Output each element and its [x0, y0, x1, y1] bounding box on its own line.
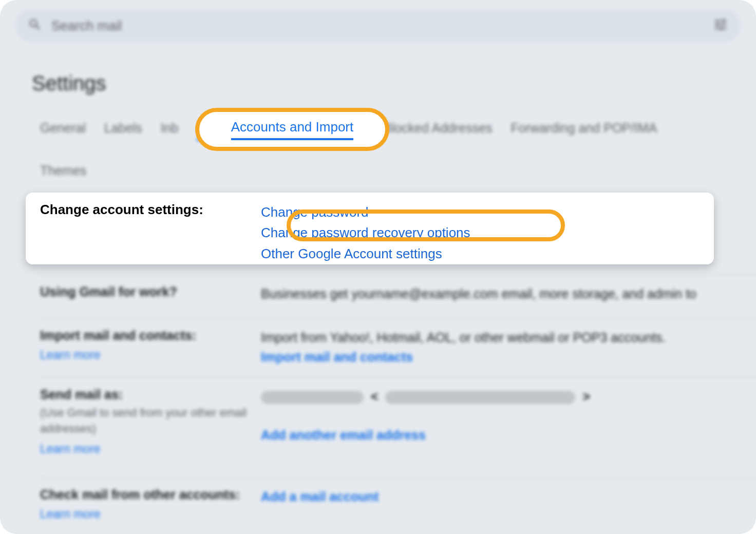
add-email-link[interactable]: Add another email address: [261, 428, 426, 442]
row-value-sendas: < > Add another email address: [261, 387, 756, 456]
sendas-label-text: Send mail as:: [40, 387, 123, 402]
app-frame: Settings General Labels Inb Accounts and…: [0, 0, 756, 534]
settings-tabs-row2: Themes: [40, 163, 86, 178]
change-password-link[interactable]: Change password: [261, 202, 369, 222]
settings-tabs: General Labels Inb Accounts and Import t…: [40, 121, 756, 141]
row-label-check: Check mail from other accounts: Learn mo…: [40, 487, 261, 521]
search-input[interactable]: [51, 18, 713, 34]
page-title: Settings: [32, 72, 106, 95]
import-label-text: Import mail and contacts:: [40, 328, 196, 342]
tab-general[interactable]: General: [40, 121, 86, 141]
row-gmail-work: Using Gmail for work? Businesses get you…: [40, 275, 756, 314]
row-value-check: Add a mail account: [261, 487, 756, 521]
tab-labels[interactable]: Labels: [104, 121, 142, 141]
import-learn-more[interactable]: Learn more: [40, 348, 261, 362]
row-check-mail: Check mail from other accounts: Learn mo…: [40, 478, 756, 531]
angle-close: >: [579, 389, 590, 404]
import-desc: Import from Yahoo!, Hotmail, AOL, or oth…: [261, 330, 666, 345]
import-link[interactable]: Import mail and contacts: [261, 350, 413, 364]
tab-themes[interactable]: Themes: [40, 163, 86, 178]
tab-filters[interactable]: ters and Blocked Addresses: [333, 121, 493, 141]
change-account-links: Change password Change password recovery…: [261, 202, 700, 255]
check-label-text: Check mail from other accounts:: [40, 487, 240, 502]
row-label-import: Import mail and contacts: Learn more: [40, 328, 261, 367]
search-icon: [28, 17, 42, 34]
row-label-work: Using Gmail for work?: [40, 284, 261, 304]
redacted-email: [385, 391, 575, 404]
change-recovery-link[interactable]: Change password recovery options: [261, 222, 470, 243]
add-mail-account-link[interactable]: Add a mail account: [261, 489, 379, 504]
redacted-name: [261, 391, 364, 404]
check-learn-more[interactable]: Learn more: [40, 507, 261, 521]
row-label-sendas: Send mail as: (Use Gmail to send from yo…: [40, 387, 261, 456]
tab-forwarding[interactable]: Forwarding and POP/IMA: [511, 121, 657, 141]
row-value-work: Businesses get yourname@example.com emai…: [261, 284, 756, 304]
row-value-import: Import from Yahoo!, Hotmail, AOL, or oth…: [261, 328, 756, 367]
change-account-label: Change account settings:: [40, 202, 261, 255]
tab-inbox[interactable]: Inb: [161, 121, 179, 141]
change-account-section: Change account settings: Change password…: [26, 193, 714, 264]
other-account-settings-link[interactable]: Other Google Account settings: [261, 243, 442, 264]
tab-accounts-import[interactable]: Accounts and Import: [197, 121, 314, 141]
search-bar[interactable]: [15, 9, 741, 42]
row-import: Import mail and contacts: Learn more Imp…: [40, 318, 756, 377]
row-send-as: Send mail as: (Use Gmail to send from yo…: [40, 377, 756, 466]
sendas-sublabel: (Use Gmail to send from your other email…: [40, 405, 261, 437]
angle-open: <: [367, 389, 382, 404]
tune-icon[interactable]: [713, 17, 728, 34]
blurred-background: Settings General Labels Inb Accounts and…: [0, 0, 756, 534]
sendas-learn-more[interactable]: Learn more: [40, 442, 261, 456]
